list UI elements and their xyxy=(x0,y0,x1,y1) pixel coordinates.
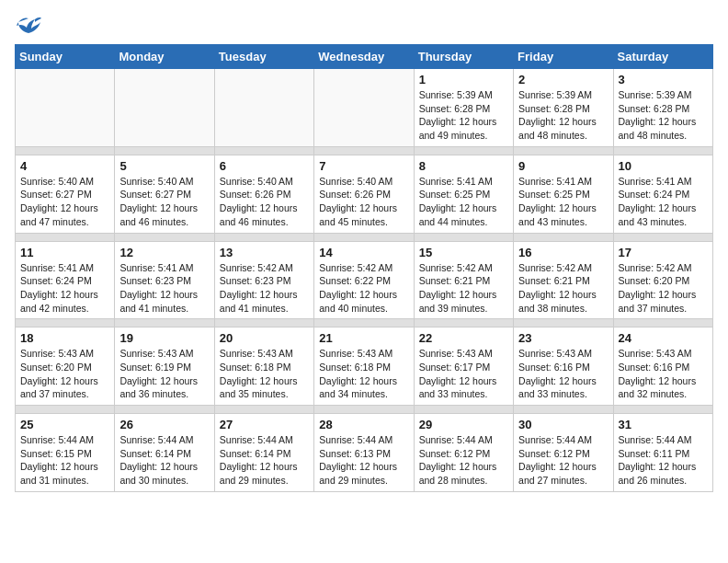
day-number: 4 xyxy=(20,159,109,173)
day-info: Sunrise: 5:44 AM Sunset: 6:13 PM Dayligh… xyxy=(319,433,408,488)
week-row-4: 18Sunrise: 5:43 AM Sunset: 6:20 PM Dayli… xyxy=(16,327,713,406)
day-info: Sunrise: 5:40 AM Sunset: 6:27 PM Dayligh… xyxy=(20,175,109,229)
day-cell: 10Sunrise: 5:41 AM Sunset: 6:24 PM Dayli… xyxy=(613,155,712,233)
day-number: 25 xyxy=(20,418,109,431)
day-info: Sunrise: 5:44 AM Sunset: 6:12 PM Dayligh… xyxy=(518,433,608,488)
day-cell: 14Sunrise: 5:42 AM Sunset: 6:22 PM Dayli… xyxy=(314,241,414,319)
day-info: Sunrise: 5:41 AM Sunset: 6:25 PM Dayligh… xyxy=(419,175,508,229)
day-cell: 16Sunrise: 5:42 AM Sunset: 6:21 PM Dayli… xyxy=(514,241,613,319)
day-cell: 17Sunrise: 5:42 AM Sunset: 6:20 PM Dayli… xyxy=(613,241,712,319)
day-number: 18 xyxy=(20,331,109,345)
day-number: 26 xyxy=(119,418,209,431)
day-cell: 19Sunrise: 5:43 AM Sunset: 6:19 PM Dayli… xyxy=(115,327,214,406)
day-cell: 7Sunrise: 5:40 AM Sunset: 6:26 PM Daylig… xyxy=(314,155,414,233)
day-info: Sunrise: 5:40 AM Sunset: 6:26 PM Dayligh… xyxy=(220,175,309,229)
day-number: 2 xyxy=(518,73,608,86)
day-number: 5 xyxy=(119,159,209,173)
day-number: 28 xyxy=(319,418,408,431)
calendar-table: SundayMondayTuesdayWednesdayThursdayFrid… xyxy=(15,44,713,492)
day-info: Sunrise: 5:44 AM Sunset: 6:12 PM Dayligh… xyxy=(419,433,508,488)
day-number: 8 xyxy=(419,159,508,173)
day-number: 15 xyxy=(419,246,508,259)
day-info: Sunrise: 5:44 AM Sunset: 6:15 PM Dayligh… xyxy=(20,433,109,488)
day-number: 29 xyxy=(419,418,508,431)
logo-icon xyxy=(15,15,42,37)
day-cell: 4Sunrise: 5:40 AM Sunset: 6:27 PM Daylig… xyxy=(16,155,115,233)
day-number: 24 xyxy=(619,331,708,345)
day-info: Sunrise: 5:41 AM Sunset: 6:24 PM Dayligh… xyxy=(20,261,109,316)
day-number: 10 xyxy=(619,159,708,173)
column-header-wednesday: Wednesday xyxy=(314,45,414,69)
day-cell: 5Sunrise: 5:40 AM Sunset: 6:27 PM Daylig… xyxy=(115,155,214,233)
day-number: 30 xyxy=(518,418,608,431)
day-info: Sunrise: 5:42 AM Sunset: 6:21 PM Dayligh… xyxy=(419,261,508,316)
day-info: Sunrise: 5:40 AM Sunset: 6:27 PM Dayligh… xyxy=(119,175,209,229)
day-info: Sunrise: 5:40 AM Sunset: 6:26 PM Dayligh… xyxy=(319,175,408,229)
day-cell: 28Sunrise: 5:44 AM Sunset: 6:13 PM Dayli… xyxy=(314,414,414,492)
column-header-monday: Monday xyxy=(115,45,214,69)
day-number: 20 xyxy=(220,331,309,345)
day-number: 3 xyxy=(619,73,708,86)
day-number: 9 xyxy=(518,159,608,173)
day-info: Sunrise: 5:43 AM Sunset: 6:16 PM Dayligh… xyxy=(518,347,608,401)
day-info: Sunrise: 5:43 AM Sunset: 6:20 PM Dayligh… xyxy=(20,347,109,401)
day-number: 6 xyxy=(220,159,309,173)
day-cell: 18Sunrise: 5:43 AM Sunset: 6:20 PM Dayli… xyxy=(16,327,115,406)
column-header-thursday: Thursday xyxy=(414,45,513,69)
day-cell: 21Sunrise: 5:43 AM Sunset: 6:18 PM Dayli… xyxy=(314,327,414,406)
day-cell: 26Sunrise: 5:44 AM Sunset: 6:14 PM Dayli… xyxy=(115,414,214,492)
day-number: 13 xyxy=(220,246,309,259)
day-info: Sunrise: 5:43 AM Sunset: 6:16 PM Dayligh… xyxy=(619,347,708,401)
day-cell: 8Sunrise: 5:41 AM Sunset: 6:25 PM Daylig… xyxy=(414,155,513,233)
day-cell: 29Sunrise: 5:44 AM Sunset: 6:12 PM Dayli… xyxy=(414,414,513,492)
week-row-2: 4Sunrise: 5:40 AM Sunset: 6:27 PM Daylig… xyxy=(16,155,713,233)
day-info: Sunrise: 5:43 AM Sunset: 6:19 PM Dayligh… xyxy=(119,347,209,401)
day-info: Sunrise: 5:39 AM Sunset: 6:28 PM Dayligh… xyxy=(518,88,608,143)
day-number: 27 xyxy=(220,418,309,431)
column-header-friday: Friday xyxy=(514,45,613,69)
day-cell: 30Sunrise: 5:44 AM Sunset: 6:12 PM Dayli… xyxy=(514,414,613,492)
day-info: Sunrise: 5:44 AM Sunset: 6:11 PM Dayligh… xyxy=(619,433,708,488)
day-cell: 27Sunrise: 5:44 AM Sunset: 6:14 PM Dayli… xyxy=(214,414,313,492)
day-info: Sunrise: 5:41 AM Sunset: 6:23 PM Dayligh… xyxy=(119,261,209,316)
day-cell xyxy=(115,69,214,147)
day-number: 17 xyxy=(619,246,708,259)
day-info: Sunrise: 5:41 AM Sunset: 6:24 PM Dayligh… xyxy=(619,175,708,229)
calendar-header: SundayMondayTuesdayWednesdayThursdayFrid… xyxy=(16,45,713,69)
day-info: Sunrise: 5:39 AM Sunset: 6:28 PM Dayligh… xyxy=(619,88,708,143)
day-info: Sunrise: 5:42 AM Sunset: 6:21 PM Dayligh… xyxy=(518,261,608,316)
day-info: Sunrise: 5:44 AM Sunset: 6:14 PM Dayligh… xyxy=(220,433,309,488)
day-number: 14 xyxy=(319,246,408,259)
day-cell: 6Sunrise: 5:40 AM Sunset: 6:26 PM Daylig… xyxy=(214,155,313,233)
day-number: 11 xyxy=(20,246,109,259)
day-cell: 2Sunrise: 5:39 AM Sunset: 6:28 PM Daylig… xyxy=(514,69,613,147)
week-row-5: 25Sunrise: 5:44 AM Sunset: 6:15 PM Dayli… xyxy=(16,414,713,492)
column-header-tuesday: Tuesday xyxy=(214,45,313,69)
week-divider xyxy=(16,146,713,155)
day-number: 23 xyxy=(518,331,608,345)
day-cell xyxy=(314,69,414,147)
day-info: Sunrise: 5:42 AM Sunset: 6:23 PM Dayligh… xyxy=(220,261,309,316)
day-cell xyxy=(16,69,115,147)
day-number: 21 xyxy=(319,331,408,345)
day-info: Sunrise: 5:43 AM Sunset: 6:17 PM Dayligh… xyxy=(419,347,508,401)
day-cell: 12Sunrise: 5:41 AM Sunset: 6:23 PM Dayli… xyxy=(115,241,214,319)
week-divider xyxy=(16,319,713,327)
day-info: Sunrise: 5:43 AM Sunset: 6:18 PM Dayligh… xyxy=(220,347,309,401)
header xyxy=(15,15,713,37)
day-cell: 25Sunrise: 5:44 AM Sunset: 6:15 PM Dayli… xyxy=(16,414,115,492)
day-cell: 15Sunrise: 5:42 AM Sunset: 6:21 PM Dayli… xyxy=(414,241,513,319)
day-info: Sunrise: 5:39 AM Sunset: 6:28 PM Dayligh… xyxy=(419,88,508,143)
logo xyxy=(15,15,46,37)
week-divider xyxy=(16,233,713,241)
day-info: Sunrise: 5:43 AM Sunset: 6:18 PM Dayligh… xyxy=(319,347,408,401)
day-info: Sunrise: 5:44 AM Sunset: 6:14 PM Dayligh… xyxy=(119,433,209,488)
column-header-sunday: Sunday xyxy=(16,45,115,69)
day-cell: 13Sunrise: 5:42 AM Sunset: 6:23 PM Dayli… xyxy=(214,241,313,319)
day-cell: 11Sunrise: 5:41 AM Sunset: 6:24 PM Dayli… xyxy=(16,241,115,319)
day-number: 31 xyxy=(619,418,708,431)
week-divider xyxy=(16,406,713,414)
day-cell: 1Sunrise: 5:39 AM Sunset: 6:28 PM Daylig… xyxy=(414,69,513,147)
week-row-1: 1Sunrise: 5:39 AM Sunset: 6:28 PM Daylig… xyxy=(16,69,713,147)
day-cell: 22Sunrise: 5:43 AM Sunset: 6:17 PM Dayli… xyxy=(414,327,513,406)
